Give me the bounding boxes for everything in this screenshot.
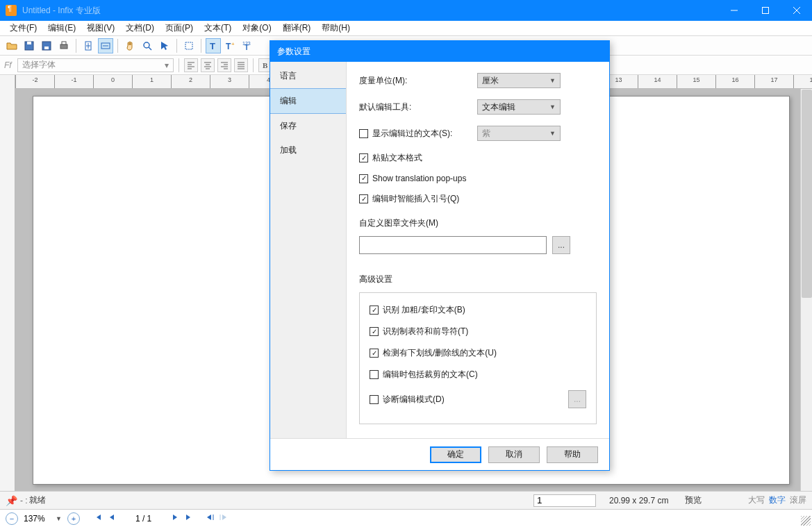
next-page-button[interactable] [171,513,179,524]
save-button[interactable] [22,38,37,53]
paste-format-checkbox[interactable] [359,153,368,162]
minimize-button[interactable] [718,0,749,21]
status-prefix: - : [20,496,28,505]
preferences-dialog: 参数设置 语言 编辑 保存 加载 度量单位(M): 厘米▼ 默认编辑工具: 文本… [270,40,610,471]
align-justify-button[interactable] [234,58,248,72]
menu-text[interactable]: 文本(T) [199,21,237,35]
first-page-button[interactable] [94,513,102,524]
detect-bold-checkbox[interactable] [370,306,379,315]
zoom-tool[interactable] [140,38,155,53]
chevron-down-icon: ▾ [165,60,169,70]
text-plus-tool[interactable]: T+ [223,38,238,53]
hand-tool[interactable] [122,38,138,53]
svg-text:+: + [231,41,235,47]
page-indicator[interactable]: 1 / 1 [135,514,151,524]
menu-translate[interactable]: 翻译(R) [277,21,317,35]
menu-page[interactable]: 页面(P) [160,21,199,35]
menu-document[interactable]: 文档(D) [120,21,160,35]
stamp-folder-input[interactable] [359,236,547,254]
help-button[interactable]: 帮助 [547,446,598,463]
crop-tool[interactable] [181,38,197,53]
fit-page-button[interactable] [81,38,96,53]
menubar: 文件(F) 编辑(E) 视图(V) 文档(D) 页面(P) 文本(T) 对象(O… [0,21,812,36]
align-center-button[interactable] [201,58,215,72]
preview-label[interactable]: 预览 [685,494,702,506]
chevron-down-icon: ▼ [549,130,556,137]
pointer-tool[interactable] [157,38,172,53]
tab-language[interactable]: 语言 [270,64,346,88]
text-number-tool[interactable]: 123T [240,38,256,53]
chevron-down-icon: ▼ [549,77,556,84]
tool-select[interactable]: 文本编辑▼ [477,99,561,115]
prev-page-button[interactable] [108,513,116,524]
tab-editing[interactable]: 编辑 [270,88,346,114]
show-edited-label: 显示编辑过的文本(S): [372,128,452,140]
vertical-scrollbar[interactable] [800,89,812,491]
status-ready: 就绪 [29,494,46,506]
svg-text:T: T [210,41,215,51]
maximize-button[interactable] [749,0,781,21]
diagnostic-mode-label: 诊断编辑模式(D) [383,394,445,405]
smart-quotes-checkbox[interactable] [359,194,368,203]
include-clipped-checkbox[interactable] [370,370,379,379]
translation-popups-label: Show translation pop-ups [372,174,466,183]
open-button[interactable] [4,38,19,53]
svg-rect-8 [60,44,67,49]
menu-object[interactable]: 对象(O) [237,21,276,35]
navigation-bar: − 137% ▼ + 1 / 1 [0,509,812,527]
scroll-indicator: 滚屏 [790,494,806,506]
translation-popups-checkbox[interactable] [359,174,368,183]
include-clipped-label: 编辑时包括裁剪的文本(C) [383,369,478,380]
font-icon: Ff [4,60,12,70]
dialog-nav: 语言 编辑 保存 加载 [270,62,347,438]
browse-button[interactable]: ... [552,236,570,254]
chevron-down-icon[interactable]: ▼ [56,515,62,522]
show-edited-checkbox[interactable] [359,129,368,138]
window-controls [718,0,812,21]
tab-loading[interactable]: 加载 [270,138,346,162]
save-as-button[interactable] [39,38,54,53]
prev-view-button[interactable] [206,513,214,524]
page-nav: 1 / 1 [94,513,228,524]
dialog-title: 参数设置 [270,41,609,62]
menu-edit[interactable]: 编辑(E) [42,21,81,35]
window-title: Untitled - Infix 专业版 [22,5,718,17]
next-view-button[interactable] [219,513,228,524]
detect-underline-checkbox[interactable] [370,349,379,358]
resize-grip[interactable] [801,516,811,526]
zoom-out-button[interactable]: − [6,512,18,525]
close-button[interactable] [781,0,812,21]
font-selector[interactable]: 选择字体 ▾ [17,58,174,72]
zoom-in-button[interactable]: + [67,512,80,525]
ok-button[interactable]: 确定 [430,446,481,463]
chevron-down-icon: ▼ [549,103,556,110]
diagnostic-mode-checkbox[interactable] [370,395,379,404]
menu-help[interactable]: 帮助(H) [316,21,356,35]
fit-width-button[interactable] [98,38,113,53]
dialog-footer: 确定 取消 帮助 [270,438,609,470]
align-right-button[interactable] [217,58,231,72]
align-left-button[interactable] [184,58,198,72]
pin-icon[interactable]: 📌 [6,495,17,506]
stamp-folder-label: 自定义图章文件夹(M) [359,217,597,229]
cancel-button[interactable]: 取消 [488,446,540,463]
zoom-value[interactable]: 137% [24,514,50,524]
paste-format-label: 粘贴文本格式 [372,152,422,164]
svg-rect-14 [185,42,192,49]
advanced-fieldset: 识别 加粗/套印文本(B) 识别制表符和前导符(T) 检测有下划线/删除线的文本… [359,292,597,424]
font-placeholder: 选择字体 [22,59,56,71]
page-number-field[interactable] [533,494,596,507]
tool-label: 默认编辑工具: [359,101,477,113]
svg-line-13 [149,47,151,50]
menu-view[interactable]: 视图(V) [81,21,120,35]
menu-file[interactable]: 文件(F) [4,21,42,35]
detect-tabs-checkbox[interactable] [370,327,379,336]
text-tool[interactable]: T [206,38,221,53]
svg-rect-1 [762,8,768,14]
last-page-button[interactable] [185,513,193,524]
scrollbar-thumb[interactable] [802,90,812,298]
unit-select[interactable]: 厘米▼ [477,73,561,88]
keyboard-status: 大写 数字 滚屏 [748,494,806,506]
print-button[interactable] [56,38,72,53]
tab-saving[interactable]: 保存 [270,114,346,138]
